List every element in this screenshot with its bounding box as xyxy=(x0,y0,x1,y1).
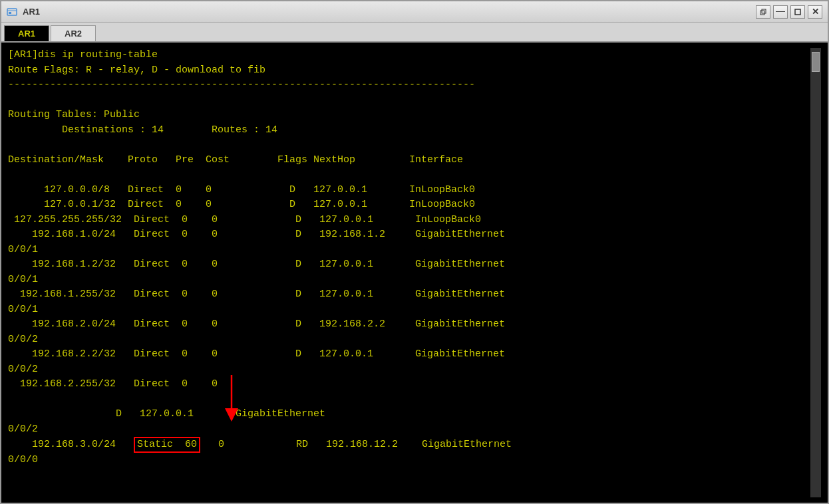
line-13: 192.168.1.0/24 Direct 0 0 D 192.168.1.2 … xyxy=(8,227,810,243)
tab-ar2[interactable]: AR2 xyxy=(51,25,96,41)
line-25: 192.168.3.0/24 Static 60 0 RD 192.168.12… xyxy=(8,437,810,453)
line-3: ----------------------------------------… xyxy=(8,78,810,93)
line-15: 192.168.1.2/32 Direct 0 0 D 127.0.0.1 Gi… xyxy=(8,257,810,273)
main-window: AR1 — ✕ AR1 AR2 [AR1]dis ip routing-tabl… xyxy=(0,0,829,504)
line-9 xyxy=(8,168,810,183)
title-bar-buttons: — ✕ xyxy=(756,5,822,19)
highlight-static-60: Static 60 xyxy=(134,437,200,453)
line-4 xyxy=(8,93,810,108)
title-bar: AR1 — ✕ xyxy=(1,1,828,23)
title-bar-left: AR1 xyxy=(7,7,40,17)
line-19: 192.168.2.0/24 Direct 0 0 D 192.168.2.2 … xyxy=(8,317,810,332)
close-button[interactable]: ✕ xyxy=(808,5,822,19)
tab-bar: AR1 AR2 xyxy=(1,23,828,43)
line-8: Destination/Mask Proto Pre Cost Flags Ne… xyxy=(8,153,810,168)
svg-rect-4 xyxy=(762,9,766,13)
line-11: 127.0.0.1/32 Direct 0 0 D 127.0.0.1 InLo… xyxy=(8,197,810,213)
line-22: 0/0/2 xyxy=(8,362,810,378)
tab-ar1[interactable]: AR1 xyxy=(4,25,49,41)
line-10: 127.0.0.0/8 Direct 0 0 D 127.0.0.1 InLoo… xyxy=(8,183,810,198)
line-20: 0/0/2 xyxy=(8,332,810,348)
window-title: AR1 xyxy=(23,7,40,17)
line-14: 0/0/1 xyxy=(8,243,810,258)
scrollbar-thumb[interactable] xyxy=(812,52,820,72)
line-17: 192.168.1.255/32 Direct 0 0 D 127.0.0.1 … xyxy=(8,287,810,303)
line-12: 127.255.255.255/32 Direct 0 0 D 127.0.0.… xyxy=(8,213,810,228)
svg-rect-5 xyxy=(795,9,800,15)
line-16: 0/0/1 xyxy=(8,273,810,288)
minimize-button[interactable]: — xyxy=(773,5,788,19)
line-1: [AR1]dis ip routing-table xyxy=(8,48,810,63)
line-26: 0/0/0 xyxy=(8,453,810,468)
line-2: Route Flags: R - relay, D - download to … xyxy=(8,63,810,78)
line-18: 0/0/1 xyxy=(8,303,810,318)
line-7 xyxy=(8,138,810,153)
line-21: 192.168.2.2/32 Direct 0 0 D 127.0.0.1 Gi… xyxy=(8,347,810,362)
line-23: 192.168.2.255/32 Direct 0 0 D 127.0.0.1 … xyxy=(8,377,810,422)
terminal-content: [AR1]dis ip routing-table Route Flags: R… xyxy=(8,48,810,497)
restore-button[interactable] xyxy=(756,5,770,19)
app-icon xyxy=(7,7,17,17)
line-5: Routing Tables: Public xyxy=(8,108,810,123)
terminal-window: [AR1]dis ip routing-table Route Flags: R… xyxy=(1,43,828,503)
line-24: 0/0/2 xyxy=(8,422,810,438)
maximize-button[interactable] xyxy=(790,5,805,19)
scrollbar[interactable] xyxy=(810,48,821,497)
svg-rect-3 xyxy=(760,11,764,15)
svg-rect-2 xyxy=(9,12,11,14)
line-6: Destinations : 14 Routes : 14 xyxy=(8,123,810,138)
